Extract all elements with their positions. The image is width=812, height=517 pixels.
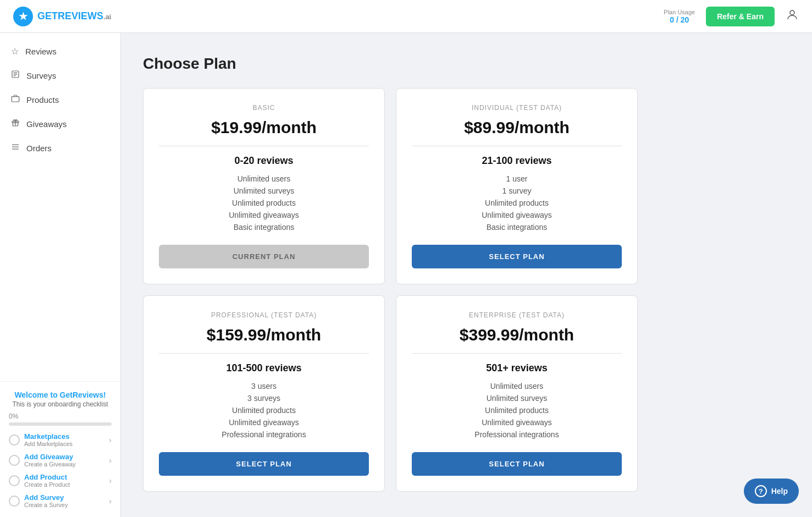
- checklist-item-add-giveaway[interactable]: Add Giveaway Create a Giveaway ›: [9, 453, 112, 468]
- checklist-label-marketplaces: Marketplaces: [24, 432, 73, 441]
- chevron-right-icon-3: ›: [109, 476, 112, 485]
- main-content: Choose Plan BASIC $19.99/month 0-20 revi…: [121, 33, 812, 517]
- feature-basic-3: Unlimited giveaways: [229, 211, 299, 219]
- onboarding-title: Welcome to GetReviews!: [9, 391, 112, 399]
- feature-pro-2: Unlimited products: [222, 406, 306, 415]
- plan-card-professional: PROFESSIONAL (TEST DATA) $159.99/month 1…: [143, 295, 385, 492]
- select-plan-button-enterprise[interactable]: SELECT PLAN: [412, 452, 622, 476]
- feature-individual-1: 1 survey: [482, 186, 552, 195]
- logo-suffix: .ai: [103, 13, 111, 21]
- checklist-sub-add-product: Create a Product: [24, 481, 70, 488]
- feature-pro-0: 3 users: [222, 382, 306, 391]
- products-icon: [11, 94, 20, 105]
- plan-features-professional: 3 users 3 surveys Unlimited products Unl…: [222, 382, 306, 439]
- logo-icon: ★: [13, 7, 33, 26]
- plan-tier-enterprise: ENTERPRISE (TEST DATA): [469, 311, 565, 319]
- onboarding-section: Welcome to GetReviews! This is your onbo…: [0, 381, 120, 517]
- progress-label: 0%: [9, 413, 112, 420]
- sidebar-item-products[interactable]: Products: [0, 87, 120, 112]
- chevron-right-icon-4: ›: [109, 497, 112, 505]
- feature-ent-2: Unlimited products: [474, 406, 559, 415]
- plan-divider-professional: [159, 353, 369, 354]
- plan-features-enterprise: Unlimited users Unlimited surveys Unlimi…: [474, 382, 559, 439]
- plan-usage-label: Plan Usage: [664, 9, 695, 15]
- sidebar-item-reviews[interactable]: ☆ Reviews: [0, 40, 120, 63]
- header-right: Plan Usage 0 / 20 Refer & Earn: [664, 7, 799, 26]
- checklist-item-add-survey[interactable]: Add Survey Create a Survey ›: [9, 493, 112, 508]
- svg-point-0: [790, 10, 794, 15]
- feature-basic-0: Unlimited users: [229, 174, 299, 183]
- checklist-item-add-product[interactable]: Add Product Create a Product ›: [9, 473, 112, 488]
- chevron-right-icon-2: ›: [109, 456, 112, 465]
- help-button[interactable]: ? Help: [744, 479, 799, 504]
- plan-usage-value: 0 / 20: [664, 15, 695, 24]
- plan-features-basic: Unlimited users Unlimited surveys Unlimi…: [229, 174, 299, 232]
- onboarding-subtitle: This is your onboarding checklist: [9, 400, 112, 408]
- header: ★ GETREVIEWS.ai Plan Usage 0 / 20 Refer …: [0, 0, 812, 33]
- orders-icon: [11, 142, 20, 153]
- checklist-item-marketplaces[interactable]: Marketplaces Add Marketplaces ›: [9, 432, 112, 447]
- plan-divider-individual: [412, 146, 622, 146]
- checklist-label-add-giveaway: Add Giveaway: [24, 453, 76, 461]
- select-plan-button-individual[interactable]: SELECT PLAN: [412, 245, 622, 268]
- star-icon: ☆: [11, 46, 19, 57]
- sidebar-label-giveaways: Giveaways: [26, 119, 67, 129]
- checklist-items: Marketplaces Add Marketplaces › Add Give…: [9, 432, 112, 508]
- plan-reviews-basic: 0-20 reviews: [234, 155, 293, 167]
- plan-divider-basic: [159, 146, 369, 146]
- feature-basic-2: Unlimited products: [229, 199, 299, 207]
- feature-basic-4: Basic integrations: [229, 223, 299, 232]
- current-plan-button: CURRENT PLAN: [159, 245, 369, 268]
- checklist-sub-add-giveaway: Create a Giveaway: [24, 461, 76, 468]
- logo-text: GETREVIEWS.ai: [37, 10, 111, 22]
- select-plan-button-professional[interactable]: SELECT PLAN: [159, 452, 369, 476]
- plan-reviews-enterprise: 501+ reviews: [486, 362, 548, 374]
- plans-grid: BASIC $19.99/month 0-20 reviews Unlimite…: [143, 88, 638, 492]
- sidebar-label-products: Products: [26, 95, 59, 105]
- logo-area: ★ GETREVIEWS.ai: [13, 7, 111, 26]
- checklist-circle-product: [9, 475, 20, 486]
- checklist-sub-add-survey: Create a Survey: [24, 502, 68, 508]
- page-title: Choose Plan: [143, 55, 790, 73]
- feature-pro-3: Unlimited giveaways: [222, 418, 306, 427]
- checklist-label-add-survey: Add Survey: [24, 493, 68, 502]
- plan-divider-enterprise: [412, 353, 622, 354]
- sidebar-label-reviews: Reviews: [25, 47, 57, 56]
- feature-individual-2: Unlimited products: [482, 199, 552, 207]
- plan-reviews-individual: 21-100 reviews: [482, 155, 551, 167]
- feature-basic-1: Unlimited surveys: [229, 186, 299, 195]
- progress-bar-outer: [9, 422, 112, 426]
- checklist-circle-survey: [9, 496, 20, 507]
- plan-reviews-professional: 101-500 reviews: [226, 362, 301, 374]
- sidebar-label-surveys: Surveys: [26, 71, 56, 80]
- plan-card-basic: BASIC $19.99/month 0-20 reviews Unlimite…: [143, 88, 385, 284]
- checklist-label-add-product: Add Product: [24, 473, 70, 481]
- feature-ent-0: Unlimited users: [474, 382, 559, 391]
- feature-pro-1: 3 surveys: [222, 394, 306, 403]
- user-avatar-button[interactable]: [786, 8, 799, 25]
- checklist-sub-marketplaces: Add Marketplaces: [24, 441, 73, 447]
- giveaways-icon: [11, 118, 20, 129]
- plan-price-individual: $89.99/month: [464, 118, 570, 137]
- feature-individual-3: Unlimited giveaways: [482, 211, 552, 219]
- sidebar: ☆ Reviews Surveys Products Giveaways: [0, 33, 121, 517]
- feature-ent-3: Unlimited giveaways: [474, 418, 559, 427]
- sidebar-item-surveys[interactable]: Surveys: [0, 63, 120, 87]
- survey-icon: [11, 70, 20, 81]
- refer-earn-button[interactable]: Refer & Earn: [706, 7, 775, 26]
- sidebar-item-orders[interactable]: Orders: [0, 136, 120, 160]
- svg-rect-5: [12, 97, 19, 102]
- layout: ☆ Reviews Surveys Products Giveaways: [0, 0, 812, 517]
- feature-ent-4: Professional integrations: [474, 430, 559, 439]
- plan-price-professional: $159.99/month: [207, 326, 321, 344]
- help-icon: ?: [755, 485, 767, 497]
- checklist-circle-marketplaces: [9, 435, 20, 446]
- plan-card-enterprise: ENTERPRISE (TEST DATA) $399.99/month 501…: [396, 295, 638, 492]
- sidebar-label-orders: Orders: [26, 144, 52, 153]
- feature-individual-4: Basic integrations: [482, 223, 552, 232]
- checklist-circle-giveaway: [9, 455, 20, 466]
- plan-price-enterprise: $399.99/month: [460, 326, 574, 344]
- plan-usage-area: Plan Usage 0 / 20: [664, 9, 695, 24]
- feature-individual-0: 1 user: [482, 174, 552, 183]
- sidebar-item-giveaways[interactable]: Giveaways: [0, 112, 120, 136]
